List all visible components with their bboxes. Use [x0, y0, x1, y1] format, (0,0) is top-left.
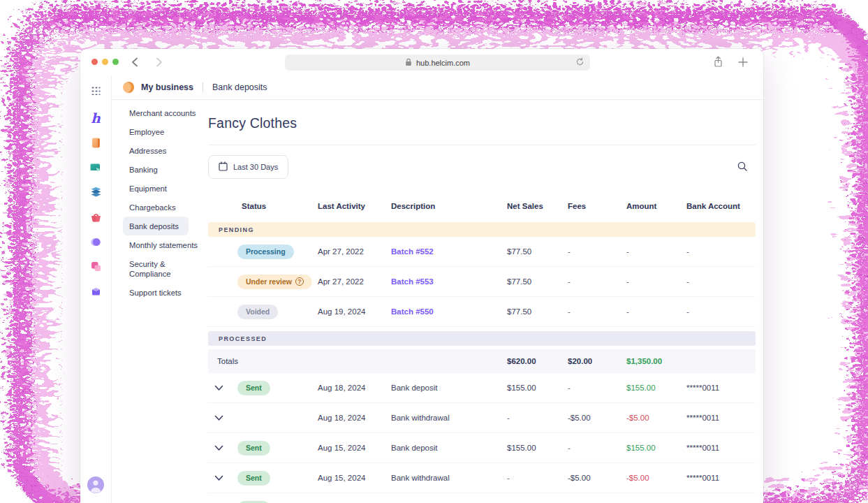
amount-cell: -$5.00 [616, 414, 676, 422]
card-terminal-icon[interactable] [89, 161, 102, 174]
table-row[interactable]: Sent Aug 15, 2024 Bank deposit $155.00 -… [208, 433, 756, 463]
amount-cell: $155.00 [616, 384, 676, 392]
sidebar-item-support-tickets[interactable]: Support tickets [123, 283, 188, 302]
batch-link[interactable]: Batch #553 [391, 277, 434, 286]
col-amount: Amount [616, 202, 676, 210]
expand-row-button[interactable] [208, 407, 229, 428]
description-cell: Bank withdrawal [381, 414, 496, 422]
fees-cell: -$5.00 [557, 414, 616, 422]
table-row[interactable]: Sent Aug 11, 2024 Bank deposit $155.00 -… [208, 493, 756, 503]
net-sales-cell: - [496, 414, 557, 422]
sidebar-item-banking[interactable]: Banking [123, 160, 164, 179]
bank-account-cell: - [676, 247, 756, 256]
bank-account-cell: *****0011 [676, 474, 756, 482]
expand-row-button[interactable] [208, 467, 229, 488]
browser-chrome: hub.helcim.com [80, 49, 763, 75]
status-badge: Sent [237, 441, 270, 455]
basket-icon[interactable] [89, 211, 102, 224]
user-avatar[interactable] [87, 476, 104, 493]
date-filter-button[interactable]: Last 30 Days [208, 155, 288, 179]
bank-account-cell: - [676, 277, 756, 286]
table-row: Processing Apr 27, 2022 Batch #552 $77.5… [208, 237, 756, 267]
url-text: hub.helcim.com [416, 59, 470, 67]
main-content: Fancy Clothes Last 30 Days Status Last A… [208, 100, 756, 503]
section-header-processed: Processed [208, 331, 756, 346]
fees-cell: - [557, 307, 616, 316]
business-name[interactable]: My business [141, 82, 193, 92]
net-sales-cell: $77.50 [496, 247, 557, 256]
status-badge: Voided [237, 305, 278, 319]
net-sales-cell: - [496, 474, 557, 482]
reload-icon[interactable] [575, 57, 584, 68]
description-cell: Bank deposit [381, 444, 496, 452]
last-activity-cell: Apr 27, 2022 [307, 247, 381, 256]
status-badge: Processing [237, 245, 294, 259]
net-sales-cell: $77.50 [496, 277, 557, 286]
sidebar-item-chargebacks[interactable]: Chargebacks [123, 198, 182, 217]
journal-icon[interactable] [89, 136, 102, 149]
bank-account-cell: *****0011 [676, 384, 756, 392]
tags-icon[interactable] [89, 260, 102, 272]
col-status: Status [229, 202, 307, 210]
table-row[interactable]: Sent Aug 15, 2024 Bank withdrawal - -$5.… [208, 463, 756, 493]
share-icon[interactable] [713, 56, 723, 71]
sphere-icon[interactable] [89, 235, 102, 248]
net-sales-cell: $155.00 [496, 384, 557, 392]
amount-cell: -$5.00 [616, 474, 676, 482]
batch-link[interactable]: Batch #552 [391, 247, 434, 256]
bank-account-cell: - [676, 307, 756, 316]
last-activity-cell: Aug 19, 2024 [307, 307, 381, 316]
table-row[interactable]: Aug 18, 2024 Bank withdrawal - -$5.00 -$… [208, 403, 756, 433]
description-cell: Bank deposit [381, 384, 496, 392]
expand-row-button[interactable] [208, 497, 229, 503]
sidebar-item-merchant-accounts[interactable]: Merchant accounts [123, 103, 202, 122]
status-badge: Sent [237, 471, 270, 486]
layers-icon[interactable] [89, 186, 102, 198]
col-description: Description [381, 202, 496, 210]
new-tab-icon[interactable] [738, 57, 748, 70]
breadcrumb-current-page: Bank deposits [212, 82, 267, 92]
address-bar[interactable]: hub.helcim.com [285, 54, 590, 71]
sidebar-item-equipment[interactable]: Equipment [123, 179, 173, 198]
sidebar-item-security-compliance[interactable]: Security & Compliance [123, 254, 183, 283]
sidebar-item-monthly-statements[interactable]: Monthly statements [123, 235, 204, 254]
col-fees: Fees [557, 202, 616, 210]
minimize-window-button[interactable] [102, 59, 108, 65]
settings-sidebar: Merchant accounts Employee Addresses Ban… [112, 100, 208, 503]
totals-amount: $1,350.00 [616, 357, 676, 365]
back-icon[interactable] [129, 57, 140, 68]
sidebar-item-bank-deposits[interactable]: Bank deposits [123, 217, 189, 235]
table-row[interactable]: Sent Aug 18, 2024 Bank deposit $155.00 -… [208, 373, 756, 403]
sidebar-item-employee[interactable]: Employee [123, 122, 170, 141]
calendar-icon [219, 161, 228, 173]
last-activity-cell: Aug 15, 2024 [307, 474, 381, 482]
batch-link[interactable]: Batch #550 [391, 307, 434, 316]
lock-icon [405, 58, 412, 68]
expand-row-button[interactable] [208, 377, 229, 398]
amount-cell: $155.00 [616, 444, 676, 452]
date-filter-label: Last 30 Days [233, 163, 278, 171]
totals-row: Totals $620.00 $20.00 $1,350.00 [208, 349, 756, 373]
net-sales-cell: $155.00 [496, 444, 557, 452]
totals-net-sales: $620.00 [496, 357, 557, 365]
col-last-activity: Last Activity [307, 202, 381, 210]
sidebar-item-addresses[interactable]: Addresses [123, 141, 172, 160]
totals-label: Totals [208, 357, 307, 365]
question-circle-icon[interactable]: ? [295, 277, 304, 286]
forward-icon[interactable] [154, 57, 165, 68]
amount-cell: - [616, 277, 676, 286]
col-bank-account: Bank Account [676, 202, 756, 210]
package-icon[interactable] [89, 285, 102, 298]
table-toolbar: Last 30 Days [208, 155, 756, 179]
expand-row-button[interactable] [208, 437, 229, 458]
helcim-logo-icon[interactable]: h [89, 112, 102, 124]
table-header-row: Status Last Activity Description Net Sal… [208, 194, 756, 218]
app-grid-icon[interactable] [91, 86, 101, 95]
search-icon[interactable] [735, 159, 750, 176]
last-activity-cell: Apr 27, 2022 [307, 277, 381, 286]
fees-cell: - [557, 247, 616, 256]
table-row: Under review? Apr 27, 2022 Batch #553 $7… [208, 267, 756, 297]
business-logo[interactable] [123, 82, 134, 93]
zoom-window-button[interactable] [112, 59, 119, 65]
close-window-button[interactable] [91, 59, 98, 65]
